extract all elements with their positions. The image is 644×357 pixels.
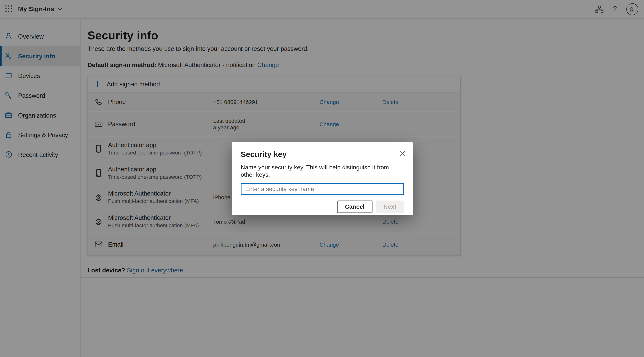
next-button[interactable]: Next xyxy=(376,200,404,213)
dialog-message: Name your security key. This will help d… xyxy=(241,164,404,178)
dialog-buttons: Cancel Next xyxy=(241,200,404,213)
dialog-title: Security key xyxy=(241,149,404,160)
close-icon[interactable] xyxy=(398,149,407,158)
my-signins-page: My Sign-Ins ? xyxy=(0,0,644,357)
security-key-name-input[interactable] xyxy=(241,183,404,195)
security-key-dialog: Security key Name your security key. Thi… xyxy=(232,142,413,215)
cancel-button[interactable]: Cancel xyxy=(337,200,372,213)
